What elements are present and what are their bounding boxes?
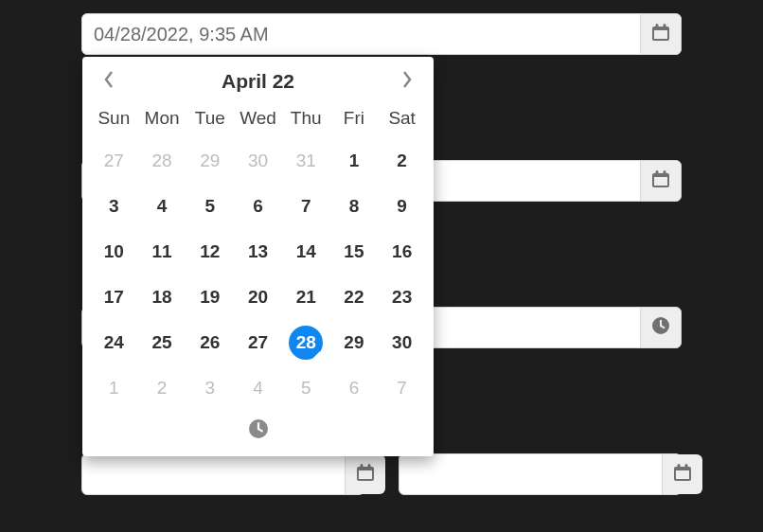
day-cell-other-month[interactable]: 1 <box>90 365 138 411</box>
day-cell-other-month[interactable]: 3 <box>186 365 234 411</box>
dow-header: Sun <box>90 100 138 138</box>
calendar-button-5[interactable] <box>662 454 702 494</box>
day-number: 29 <box>193 144 227 178</box>
day-cell[interactable]: 10 <box>90 229 138 275</box>
day-cell-other-month[interactable]: 2 <box>138 365 186 411</box>
date-input-4[interactable] <box>82 454 345 494</box>
day-cell[interactable]: 2 <box>378 138 426 184</box>
day-number: 30 <box>240 144 275 178</box>
day-cell[interactable]: 29 <box>330 320 379 365</box>
clock-icon <box>652 317 669 338</box>
day-number: 13 <box>240 235 275 269</box>
calendar-icon <box>652 24 669 44</box>
day-cell[interactable]: 9 <box>378 184 426 229</box>
day-cell-other-month[interactable]: 27 <box>90 138 138 184</box>
day-cell[interactable]: 20 <box>234 275 282 320</box>
dow-header: Fri <box>330 100 379 138</box>
date-picker-footer <box>90 411 426 449</box>
day-cell-other-month[interactable]: 28 <box>138 138 186 184</box>
day-cell[interactable]: 14 <box>282 229 330 275</box>
day-cell-other-month[interactable]: 30 <box>234 138 282 184</box>
day-cell[interactable]: 8 <box>330 184 379 229</box>
day-cell-other-month[interactable]: 29 <box>186 138 234 184</box>
day-cell[interactable]: 12 <box>186 229 234 275</box>
day-cell[interactable]: 21 <box>282 275 330 320</box>
day-number: 27 <box>97 144 131 178</box>
day-cell[interactable]: 18 <box>138 275 186 320</box>
day-number: 27 <box>240 326 275 360</box>
day-cell[interactable]: 24 <box>90 320 138 365</box>
day-cell-other-month[interactable]: 5 <box>282 365 330 411</box>
day-number: 6 <box>240 189 275 223</box>
dow-header: Tue <box>186 100 234 138</box>
day-cell[interactable]: 11 <box>138 229 186 275</box>
date-picker-title[interactable]: April 22 <box>222 70 294 93</box>
day-number: 1 <box>97 371 131 405</box>
day-cell-selected[interactable]: 28 <box>282 320 330 365</box>
day-number: 21 <box>289 280 323 314</box>
day-cell[interactable]: 5 <box>186 184 234 229</box>
date-field-4 <box>81 453 364 495</box>
day-number: 30 <box>385 326 419 360</box>
day-cell[interactable]: 22 <box>330 275 379 320</box>
day-cell[interactable]: 25 <box>138 320 186 365</box>
day-number: 9 <box>385 189 419 223</box>
clock-icon <box>249 419 268 442</box>
day-cell[interactable]: 19 <box>186 275 234 320</box>
day-number: 6 <box>337 371 371 405</box>
day-cell[interactable]: 16 <box>378 229 426 275</box>
date-picker-header: April 22 <box>90 66 426 100</box>
day-number: 20 <box>240 280 275 314</box>
day-number: 22 <box>337 280 371 314</box>
prev-month-button[interactable] <box>94 66 124 97</box>
day-cell-other-month[interactable]: 7 <box>378 365 426 411</box>
day-number: 3 <box>193 371 227 405</box>
day-number: 4 <box>145 189 179 223</box>
day-cell[interactable]: 26 <box>186 320 234 365</box>
day-number: 5 <box>289 371 323 405</box>
day-cell-other-month[interactable]: 6 <box>330 365 379 411</box>
day-cell[interactable]: 30 <box>378 320 426 365</box>
calendar-button-4[interactable] <box>345 454 385 494</box>
day-number: 26 <box>193 326 227 360</box>
day-cell[interactable]: 3 <box>90 184 138 229</box>
day-cell[interactable]: 1 <box>330 138 379 184</box>
clock-button-3[interactable] <box>640 308 681 347</box>
day-cell-other-month[interactable]: 4 <box>234 365 282 411</box>
day-cell[interactable]: 4 <box>138 184 186 229</box>
day-cell[interactable]: 17 <box>90 275 138 320</box>
day-cell[interactable]: 23 <box>378 275 426 320</box>
calendar-icon <box>357 464 374 485</box>
date-input-5[interactable] <box>399 454 662 494</box>
calendar-button-1[interactable] <box>640 14 681 54</box>
day-number: 2 <box>145 371 179 405</box>
day-number: 17 <box>97 280 131 314</box>
day-number: 7 <box>289 189 323 223</box>
day-cell[interactable]: 6 <box>234 184 282 229</box>
day-number: 28 <box>289 326 323 360</box>
day-number: 28 <box>145 144 179 178</box>
calendar-button-2[interactable] <box>640 161 681 201</box>
dow-header: Sat <box>378 100 426 138</box>
day-number: 1 <box>337 144 371 178</box>
day-number: 5 <box>193 189 227 223</box>
chevron-left-icon <box>103 70 115 93</box>
day-cell[interactable]: 7 <box>282 184 330 229</box>
date-picker-popup: April 22 SunMonTueWedThuFriSat2728293031… <box>82 57 434 456</box>
day-cell[interactable]: 15 <box>330 229 379 275</box>
day-cell-other-month[interactable]: 31 <box>282 138 330 184</box>
day-number: 24 <box>97 326 131 360</box>
dow-header: Wed <box>234 100 282 138</box>
dow-header: Thu <box>282 100 330 138</box>
calendar-icon <box>674 464 691 485</box>
datetime-field-1 <box>81 13 682 55</box>
day-number: 25 <box>145 326 179 360</box>
time-toggle-button[interactable] <box>242 415 275 447</box>
day-cell[interactable]: 13 <box>234 229 282 275</box>
datetime-input-1[interactable] <box>82 14 640 54</box>
date-field-5 <box>399 453 682 495</box>
day-cell[interactable]: 27 <box>234 320 282 365</box>
day-number: 2 <box>385 144 419 178</box>
day-number: 4 <box>240 371 275 405</box>
next-month-button[interactable] <box>392 66 422 97</box>
